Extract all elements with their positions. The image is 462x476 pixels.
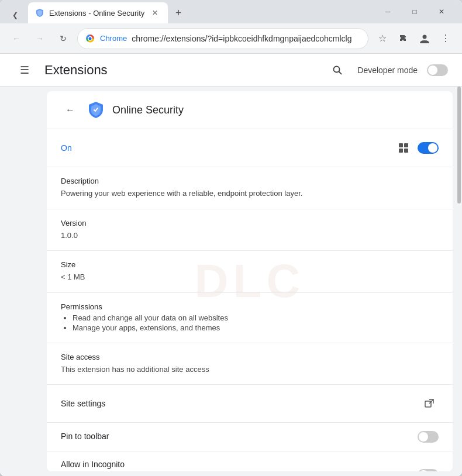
extensions-header: ☰ Extensions Developer mode [0, 54, 462, 87]
content-scroll[interactable]: ← Online Security O [47, 91, 453, 471]
tab-title: Extensions - Online Security [49, 9, 144, 18]
profile-button[interactable] [415, 29, 434, 48]
version-label: Version [61, 219, 439, 227]
search-icon [332, 65, 343, 75]
incognito-label: Allow in Incognito [61, 460, 408, 469]
window-controls: ─ □ ✕ [374, 2, 455, 21]
site-settings-row: Site settings [47, 385, 453, 423]
permissions-label: Permissions [61, 302, 439, 311]
tab-prev-button[interactable]: ❮ [7, 7, 23, 23]
developer-mode-label: Developer mode [357, 65, 418, 75]
hamburger-menu-button[interactable]: ☰ [14, 60, 35, 81]
grid-view-button[interactable] [394, 139, 413, 157]
svg-rect-8 [399, 149, 403, 153]
address-bar-actions: ☆ ⋮ [373, 29, 455, 48]
size-section: Size < 1 MB [47, 251, 453, 293]
svg-rect-6 [399, 143, 403, 147]
description-value: Powering your web experience with a reli… [61, 188, 439, 199]
forward-browser-button[interactable]: → [30, 29, 49, 48]
extension-detail-panel: DLC ← Online Security [47, 91, 453, 471]
tab-close-button[interactable]: ✕ [149, 7, 161, 19]
chrome-brand-label: Chrome [100, 34, 127, 43]
chrome-logo-icon [85, 33, 95, 44]
permission-item-1: Read and change all your data on all web… [73, 313, 439, 322]
site-access-value: This extension has no additional site ac… [61, 364, 439, 375]
extension-name: Online Security [112, 104, 184, 116]
maximize-button[interactable]: □ [401, 2, 428, 21]
page-content: ☰ Extensions Developer mode [0, 54, 462, 476]
site-access-label: Site access [61, 353, 439, 361]
version-value: 1.0.0 [61, 230, 439, 242]
page-title: Extensions [44, 63, 318, 78]
description-label: Description [61, 177, 439, 185]
pin-toolbar-row: Pin to toolbar [47, 423, 453, 451]
description-section: Description Powering your web experience… [47, 167, 453, 209]
address-input[interactable]: Chrome chrome://extensions/?id=ipbkcoeid… [77, 28, 368, 49]
incognito-toggle[interactable] [418, 469, 439, 471]
profile-icon [419, 33, 430, 44]
svg-rect-9 [404, 149, 408, 153]
svg-line-5 [339, 71, 342, 74]
site-settings-link-button[interactable] [420, 394, 439, 413]
svg-point-2 [89, 37, 92, 40]
scrollbar-thumb[interactable] [457, 87, 461, 203]
new-tab-button[interactable]: + [170, 5, 187, 21]
svg-point-3 [423, 35, 427, 39]
incognito-desc: Warning: Google Chrome cannot prevent ex… [61, 470, 408, 471]
svg-rect-7 [404, 143, 408, 147]
title-bar: ❮ Extensions - Online Security ✕ + ─ □ [0, 0, 462, 23]
developer-mode-toggle[interactable] [427, 64, 448, 76]
size-value: < 1 MB [61, 271, 439, 283]
permissions-section: Permissions Read and change all your dat… [47, 293, 453, 343]
extension-enable-toggle[interactable] [418, 142, 439, 154]
minimize-button[interactable]: ─ [374, 2, 401, 21]
back-to-extensions-button[interactable]: ← [61, 101, 80, 119]
back-browser-button[interactable]: ← [7, 29, 26, 48]
scrollbar-track [456, 87, 461, 476]
permissions-list: Read and change all your data on all web… [61, 313, 439, 332]
extension-header: ← Online Security [47, 91, 453, 129]
extension-icon [87, 101, 105, 119]
main-content: DLC ← Online Security [0, 87, 462, 476]
search-button[interactable] [327, 60, 348, 81]
left-sidebar [0, 87, 47, 476]
menu-button[interactable]: ⋮ [436, 29, 455, 48]
external-link-icon [425, 399, 434, 408]
reload-button[interactable]: ↻ [54, 29, 73, 48]
pin-toolbar-toggle[interactable] [418, 431, 439, 443]
active-tab[interactable]: Extensions - Online Security ✕ [28, 2, 168, 23]
scrollbar[interactable] [453, 87, 462, 476]
puzzle-icon [399, 34, 408, 43]
site-access-section: Site access This extension has no additi… [47, 343, 453, 385]
version-section: Version 1.0.0 [47, 209, 453, 251]
bookmark-button[interactable]: ☆ [373, 29, 392, 48]
close-button[interactable]: ✕ [428, 2, 455, 21]
extension-status-text: On [61, 143, 72, 153]
pin-toolbar-label: Pin to toolbar [61, 432, 408, 441]
address-bar: ← → ↻ Chrome chrome://extensions/?id=ipb… [0, 23, 462, 54]
tab-favicon [35, 8, 44, 18]
incognito-row: Allow in Incognito Warning: Google Chrom… [47, 451, 453, 471]
site-settings-label: Site settings [61, 399, 105, 408]
size-label: Size [61, 260, 439, 269]
grid-icon [398, 142, 409, 154]
svg-point-4 [334, 66, 340, 72]
permission-item-2: Manage your apps, extensions, and themes [73, 323, 439, 332]
extensions-button[interactable] [394, 29, 413, 48]
url-text: chrome://extensions/?id=ipbkcoeidhfkdmgn… [132, 34, 361, 43]
extension-status-row: On [47, 129, 453, 167]
